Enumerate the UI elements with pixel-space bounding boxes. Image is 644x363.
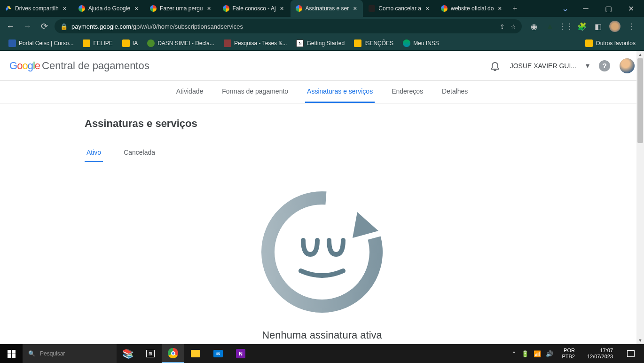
tab-drives[interactable]: Drives compartilh × [0, 0, 73, 17]
extensions-puzzle-icon[interactable]: 🧩 [577, 22, 587, 31]
subtab-cancelada[interactable]: Cancelada [122, 144, 157, 162]
forward-button[interactable]: → [21, 20, 34, 33]
back-button[interactable]: ← [4, 20, 17, 33]
close-icon[interactable]: × [206, 5, 212, 12]
battery-icon[interactable]: 🔋 [521, 350, 529, 357]
notifications-icon[interactable] [489, 60, 501, 71]
folder-icon [83, 39, 90, 47]
tab-atividade[interactable]: Atividade [174, 81, 205, 103]
extension-icon-3[interactable]: ⋮⋮ [561, 22, 571, 31]
menu-icon[interactable]: ⋮ [627, 22, 636, 31]
tab-assinaturas-servicos[interactable]: Assinaturas e serviços [305, 81, 375, 103]
folder-icon [354, 39, 361, 47]
taskbar-app-1[interactable]: 📚 [117, 344, 139, 363]
volume-icon[interactable]: 🔊 [546, 350, 553, 357]
close-icon[interactable]: × [496, 5, 503, 12]
bookmark-isencoes[interactable]: ISENÇÕES [350, 38, 397, 49]
bookmark-star-icon[interactable]: ☆ [510, 23, 516, 30]
tab-ajuda[interactable]: Ajuda do Google × [73, 0, 145, 17]
url-path: /gp/w/u/0/home/subscriptionsandservices [131, 23, 243, 30]
close-window-button[interactable]: ✕ [621, 2, 640, 15]
close-icon[interactable]: × [279, 5, 285, 12]
scroll-down-icon[interactable]: ▼ [636, 337, 644, 344]
site-icon [147, 39, 155, 47]
profile-avatar-icon[interactable] [609, 21, 620, 32]
bookmark-meu-inss[interactable]: Meu INSS [399, 38, 443, 49]
taskbar-onenote[interactable]: N [229, 344, 252, 363]
start-button[interactable] [0, 344, 23, 363]
google-icon [222, 5, 230, 12]
bookmark-dasn[interactable]: DASN SIMEI - Decla... [143, 38, 218, 49]
google-logo[interactable]: Google [9, 60, 40, 72]
taskbar-mail[interactable]: ✉ [207, 344, 229, 363]
wifi-icon[interactable]: 📶 [534, 350, 541, 357]
taskbar-chrome[interactable] [162, 344, 184, 363]
taskbar: 🔍 Pesquisar 📚 ⊞ ✉ N ⌃ 🔋 📶 🔊 POR PTB2 17:… [0, 344, 644, 363]
bookmark-portal-ceisc[interactable]: Portal Ceisc | Curso... [5, 38, 77, 49]
close-icon[interactable]: × [62, 5, 68, 12]
url-bar[interactable]: 🔒 payments.google.com/gp/w/u/0/home/subs… [55, 19, 522, 33]
window-controls: ⌄ ─ ▢ ✕ [558, 2, 644, 15]
windows-icon [8, 350, 16, 358]
folder-icon [585, 39, 593, 47]
sidepanel-icon[interactable]: ◧ [593, 22, 603, 31]
extension-icon-1[interactable]: ◉ [529, 22, 539, 31]
taskbar-language[interactable]: POR PTB2 [558, 347, 579, 360]
new-tab-button[interactable]: + [508, 4, 521, 13]
tab-enderecos[interactable]: Endereços [390, 81, 425, 103]
app-title: Central de pagamentos [42, 60, 149, 72]
scrollbar-thumb[interactable] [637, 58, 643, 143]
user-name: JOSUE XAVIER GUI... [510, 62, 576, 70]
browser-chrome: Drives compartilh × Ajuda do Google × Fa… [0, 0, 644, 51]
reload-button[interactable]: ⟳ [38, 20, 51, 33]
tray-chevron-icon[interactable]: ⌃ [511, 350, 517, 357]
content-title: Assinaturas e serviços [85, 118, 559, 130]
page-header: Google Central de pagamentos JOSUE XAVIE… [0, 51, 644, 81]
tab-cancelar[interactable]: Como cancelar a × [363, 0, 436, 17]
bookmarks-bar: Portal Ceisc | Curso... FELIPE IA DASN S… [0, 36, 644, 51]
tab-assinaturas[interactable]: Assinaturas e ser × [291, 0, 364, 17]
share-icon[interactable]: ⇪ [500, 23, 505, 30]
scroll-up-icon[interactable]: ▲ [636, 51, 644, 58]
extension-icon-2[interactable]: ▲ [545, 22, 555, 31]
maximize-button[interactable]: ▢ [599, 2, 618, 15]
scrollbar[interactable]: ▲ ▼ [636, 51, 644, 344]
search-icon: 🔍 [28, 350, 35, 357]
taskbar-clock[interactable]: 17:07 12/07/2023 [583, 347, 617, 360]
user-avatar[interactable] [620, 58, 635, 73]
notifications-button[interactable] [621, 344, 640, 363]
drive-icon [5, 5, 12, 12]
tab-website[interactable]: website oficial do × [436, 0, 508, 17]
page-content: Google Central de pagamentos JOSUE XAVIE… [0, 51, 644, 344]
task-view-button[interactable]: ⊞ [139, 344, 162, 363]
tab-pergunta[interactable]: Fazer uma pergu × [145, 0, 217, 17]
close-icon[interactable]: × [352, 5, 358, 12]
subtab-ativo[interactable]: Ativo [85, 144, 103, 162]
bookmark-felipe[interactable]: FELIPE [79, 38, 116, 49]
help-icon[interactable]: ? [599, 60, 610, 71]
tab-formas-pagamento[interactable]: Formas de pagamento [220, 81, 290, 103]
site-icon [368, 5, 376, 12]
close-icon[interactable]: × [424, 5, 431, 12]
url-domain: payments.google.com [71, 23, 131, 30]
minimize-button[interactable]: ─ [576, 2, 595, 15]
bookmark-pesquisa[interactable]: Pesquisa - Teses &... [220, 38, 291, 49]
svg-point-0 [256, 186, 388, 318]
close-icon[interactable]: × [133, 5, 140, 12]
tabs-dropdown-icon[interactable]: ⌄ [558, 3, 573, 14]
tab-detalhes[interactable]: Detalhes [440, 81, 470, 103]
content-area: Assinaturas e serviços Ativo Cancelada N… [0, 103, 644, 344]
lock-icon[interactable]: 🔒 [60, 23, 68, 30]
bookmark-ia[interactable]: IA [118, 38, 141, 49]
other-bookmarks[interactable]: Outros favoritos [581, 38, 639, 49]
taskbar-explorer[interactable] [184, 344, 207, 363]
empty-state-illustration [256, 186, 388, 318]
taskbar-search[interactable]: 🔍 Pesquisar [23, 344, 117, 363]
search-placeholder: Pesquisar [40, 350, 65, 357]
google-icon [78, 5, 86, 12]
system-tray: ⌃ 🔋 📶 🔊 POR PTB2 17:07 12/07/2023 [508, 344, 644, 363]
user-dropdown-icon[interactable]: ▾ [586, 61, 589, 70]
bookmark-getting-started[interactable]: NGetting Started [292, 38, 348, 49]
tab-fale[interactable]: Fale conosco - Aj × [218, 0, 291, 17]
main-tabs: Atividade Formas de pagamento Assinatura… [0, 81, 644, 103]
